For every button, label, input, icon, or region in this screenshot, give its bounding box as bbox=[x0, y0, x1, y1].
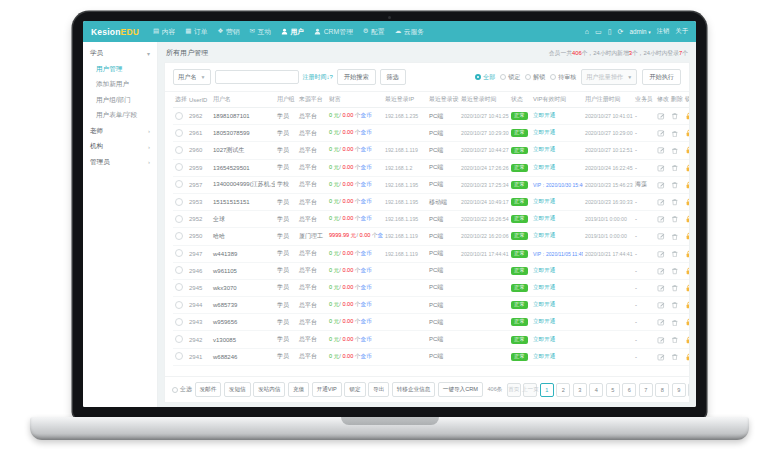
vip-activate-link[interactable]: 立即开通 bbox=[533, 284, 555, 290]
batch-action-button[interactable]: 发短信 bbox=[224, 382, 251, 397]
table-row[interactable]: 2942 v130085 学员 总平台 0 元/ 0.00 个金币 PC端 bbox=[173, 331, 689, 348]
trash-icon[interactable] bbox=[671, 130, 679, 136]
sidebar-item[interactable]: 老师 › bbox=[83, 124, 157, 140]
table-row[interactable]: 2957 13400004999(江苏机,全成功) 学校 总平台 0 元/ 0.… bbox=[173, 176, 689, 193]
trash-icon[interactable] bbox=[671, 353, 679, 359]
nav-menu-item[interactable]: 用户 bbox=[281, 27, 304, 37]
sidebar-item[interactable]: 用户管理 bbox=[83, 62, 157, 78]
edit-icon[interactable] bbox=[657, 250, 665, 256]
lock-icon[interactable] bbox=[685, 250, 689, 256]
table-row[interactable]: 2944 w685739 学员 总平台 0 元/ 0.00 个金币 PC端 bbox=[173, 297, 689, 314]
edit-icon[interactable] bbox=[657, 319, 665, 325]
column-header[interactable]: 锁定 bbox=[683, 92, 689, 108]
lock-icon[interactable] bbox=[685, 216, 689, 222]
cell-username[interactable]: 全球 bbox=[211, 211, 275, 228]
sidebar-item[interactable]: 用户表单/字段 bbox=[83, 108, 157, 124]
row-select-radio[interactable] bbox=[175, 249, 183, 257]
sidebar-item[interactable]: 机构 › bbox=[83, 139, 157, 155]
column-header[interactable]: 状态 bbox=[509, 92, 531, 108]
column-header[interactable]: VIP有效时间 bbox=[531, 92, 583, 108]
row-select-radio[interactable] bbox=[175, 335, 183, 343]
column-header[interactable]: 用户注册时间 bbox=[583, 92, 633, 108]
status-radio[interactable]: 锁定 bbox=[500, 73, 520, 82]
lock-icon[interactable] bbox=[685, 130, 689, 136]
row-select-radio[interactable] bbox=[175, 146, 183, 154]
pagination-page[interactable]: 3 bbox=[573, 383, 587, 397]
batch-action-button[interactable]: 锁定 bbox=[344, 382, 365, 397]
status-radio[interactable]: 待审核 bbox=[550, 73, 576, 82]
vip-activate-link[interactable]: VIP：2020/10/30 15:46:23 bbox=[533, 182, 583, 188]
column-header[interactable]: 用户名 bbox=[211, 92, 275, 108]
cell-username[interactable]: 18053078599 bbox=[211, 125, 275, 142]
edit-icon[interactable] bbox=[657, 130, 665, 136]
lock-icon[interactable] bbox=[685, 319, 689, 325]
pagination-page[interactable]: 7 bbox=[639, 383, 653, 397]
cell-username[interactable]: w959656 bbox=[211, 314, 275, 331]
vip-activate-link[interactable]: 立即开通 bbox=[533, 301, 555, 307]
status-radio[interactable]: 解锁 bbox=[525, 73, 545, 82]
edit-icon[interactable] bbox=[657, 216, 665, 222]
admin-menu[interactable]: admin ▾ bbox=[629, 28, 650, 35]
nav-menu-item[interactable]: ✉ 互动 bbox=[250, 27, 272, 37]
lock-icon[interactable] bbox=[685, 267, 689, 273]
sidebar-item[interactable]: 用户组/部门 bbox=[83, 93, 157, 109]
cell-username[interactable]: w685739 bbox=[211, 297, 275, 314]
vip-activate-link[interactable]: 立即开通 bbox=[533, 215, 555, 221]
table-row[interactable]: 2961 18053078599 学员 总平台 0 元/ 0.00 个金币 PC… bbox=[173, 125, 689, 142]
phone-icon[interactable]: ▯ bbox=[608, 28, 612, 35]
app-logo[interactable]: KesionEDU bbox=[91, 27, 139, 37]
row-select-radio[interactable] bbox=[175, 198, 183, 206]
trash-icon[interactable] bbox=[671, 233, 679, 239]
nav-menu-item[interactable]: CRM管理 bbox=[314, 27, 353, 37]
about-link[interactable]: 关于 bbox=[675, 27, 688, 36]
nav-menu-item[interactable]: ❖ 营销 bbox=[218, 27, 240, 37]
edit-icon[interactable] bbox=[657, 267, 665, 273]
edit-icon[interactable] bbox=[657, 113, 665, 119]
column-header[interactable]: UserID bbox=[187, 92, 211, 108]
nav-menu-item[interactable]: ▦ 订单 bbox=[185, 27, 207, 37]
filter-button[interactable]: 筛选 bbox=[380, 69, 406, 85]
column-header[interactable]: 最近登录IP bbox=[383, 92, 427, 108]
lock-icon[interactable] bbox=[685, 199, 689, 205]
table-row[interactable]: 2953 15151515151 学员 总平台 0 元/ 0.00 个金币 19… bbox=[173, 193, 689, 210]
lock-icon[interactable] bbox=[685, 302, 689, 308]
table-row[interactable]: 2952 全球 学员 总平台 0 元/ 0.00 个金币 192.168.1.1… bbox=[173, 211, 689, 228]
cell-username[interactable]: 13400004999(江苏机,全成功) bbox=[211, 176, 275, 193]
trash-icon[interactable] bbox=[671, 302, 679, 308]
edit-icon[interactable] bbox=[657, 233, 665, 239]
vip-activate-link[interactable]: 立即开通 bbox=[533, 353, 555, 359]
trash-icon[interactable] bbox=[671, 216, 679, 222]
cell-username[interactable]: 13654529501 bbox=[211, 159, 275, 176]
vip-activate-link[interactable]: VIP：2020/11/05 11:49:41 bbox=[533, 251, 583, 257]
pagination-page[interactable]: 1 bbox=[540, 383, 554, 397]
vip-activate-link[interactable]: 立即开通 bbox=[533, 318, 555, 324]
lock-icon[interactable] bbox=[685, 233, 689, 239]
lock-icon[interactable] bbox=[685, 147, 689, 153]
nav-menu-item[interactable]: ▤ 内容 bbox=[153, 27, 175, 37]
column-header[interactable]: 删除 bbox=[669, 92, 683, 108]
table-row[interactable]: 2943 w959656 学员 总平台 0 元/ 0.00 个金币 PC端 bbox=[173, 314, 689, 331]
column-header[interactable]: 来源平台 bbox=[297, 92, 327, 108]
home-icon[interactable]: ⌂ bbox=[585, 28, 589, 35]
select-all-radio[interactable]: 全选 bbox=[172, 385, 192, 394]
pagination-page[interactable]: 5 bbox=[606, 383, 620, 397]
cell-username[interactable]: w961105 bbox=[211, 262, 275, 279]
row-select-radio[interactable] bbox=[175, 318, 183, 326]
cell-username[interactable]: v130085 bbox=[211, 331, 275, 348]
column-header[interactable]: 最近登录时间 bbox=[459, 92, 509, 108]
cell-username[interactable]: 哈哈 bbox=[211, 228, 275, 245]
logout-link[interactable]: 注销 bbox=[657, 27, 670, 36]
nav-menu-item[interactable]: ☁ 云服务 bbox=[395, 27, 424, 37]
edit-icon[interactable] bbox=[657, 302, 665, 308]
nav-menu-item[interactable]: ⚙ 配置 bbox=[363, 27, 385, 37]
pagination-page[interactable]: 4 bbox=[589, 383, 603, 397]
trash-icon[interactable] bbox=[671, 336, 679, 342]
lock-icon[interactable] bbox=[685, 336, 689, 342]
status-radio[interactable]: 全部 bbox=[475, 73, 495, 82]
table-row[interactable]: 2947 w441389 学员 总平台 0 元/ 0.00 个金币 192.16… bbox=[173, 245, 689, 262]
batch-action-select[interactable]: 用户批量操作▼ bbox=[581, 69, 637, 85]
trash-icon[interactable] bbox=[671, 319, 679, 325]
cell-username[interactable]: w688246 bbox=[211, 348, 275, 365]
edit-icon[interactable] bbox=[657, 147, 665, 153]
pagination-first[interactable]: 首页 bbox=[507, 383, 521, 397]
